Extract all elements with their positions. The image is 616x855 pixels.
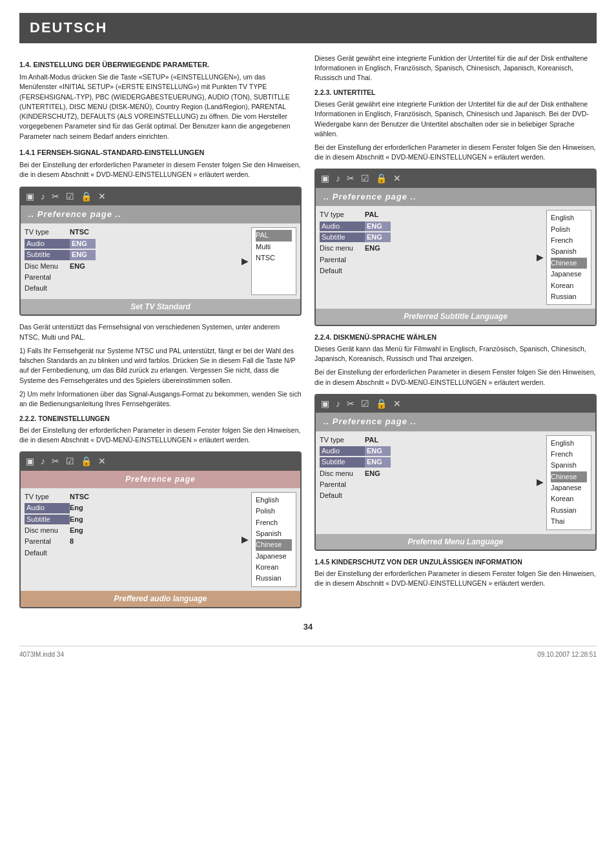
audio2-value: Eng <box>70 503 96 513</box>
toolbar-icons-3: ▣ ♪ ✂ ☑ 🔒 ✕ <box>321 172 401 185</box>
lang-chinese-4[interactable]: Chinese <box>551 471 587 482</box>
lang-french-3[interactable]: French <box>551 235 587 246</box>
disc-menu-value: ENG <box>70 262 96 271</box>
kinderschutz-heading: 1.4.5 KINDERSCHUTZ VON DER UNZULÄSSIGEN … <box>314 557 597 567</box>
lang-japanese-2[interactable]: Japanese <box>256 551 292 562</box>
parental4-label: Parental <box>320 480 365 489</box>
disc-menu4-value: ENG <box>365 469 391 479</box>
row3-tv-type: TV type PAL <box>320 210 534 220</box>
tv-type3-label: TV type <box>320 210 365 220</box>
lock-icon-4: 🔒 <box>376 398 387 411</box>
row3-subtitle: Subtitle ENG <box>320 232 534 242</box>
arrow-1: ▶ <box>239 227 251 294</box>
row-parental: Parental <box>25 273 239 282</box>
row4-tv-type: TV type PAL <box>320 435 534 445</box>
row4-audio: Audio ENG <box>320 446 534 456</box>
tv-box-2: ▣ ♪ ✂ ☑ 🔒 ✕ Preference page TV type NTSC <box>19 451 302 608</box>
music-icon: ♪ <box>41 191 45 203</box>
monitor-icon-2: ▣ <box>26 455 34 468</box>
music-icon-2: ♪ <box>41 455 45 468</box>
audio3-value: ENG <box>365 221 391 231</box>
box2-content: TV type NTSC Audio Eng Subtitle Eng Di <box>21 488 300 591</box>
default-label: Default <box>25 283 70 293</box>
lang-french-4[interactable]: French <box>551 449 587 460</box>
box3-content: TV type PAL Audio ENG Subtitle ENG Di <box>316 206 595 309</box>
lang-korean-2[interactable]: Korean <box>256 562 292 573</box>
lang-japanese-4[interactable]: Japanese <box>551 482 587 493</box>
section2-heading: 1.4.1 FERNSEH-SIGNAL-STANDARD-EINSTELLUN… <box>19 148 302 158</box>
scissors-icon: ✂ <box>52 191 59 203</box>
box4-title: .. Preference page .. <box>316 413 595 431</box>
lang-multi[interactable]: Multi <box>256 242 292 252</box>
untertitel-heading: 2.2.3. UNTERTITEL <box>314 88 597 98</box>
toolbar-icons-1: ▣ ♪ ✂ ☑ 🔒 ✕ <box>26 191 106 203</box>
audio-value: ENG <box>70 239 96 249</box>
lang-korean-4[interactable]: Korean <box>551 493 587 504</box>
lang-chinese-2[interactable]: Chinese <box>256 539 292 550</box>
section3-para2: 1) Falls Ihr Fernsehgerät nur Systeme NT… <box>19 346 302 386</box>
header-bar: DEUTSCH <box>19 13 597 43</box>
row2-audio: Audio Eng <box>25 503 239 513</box>
lock-icon-2: 🔒 <box>81 455 92 468</box>
menu-table-2: TV type NTSC Audio Eng Subtitle Eng Di <box>25 492 239 587</box>
toolbar-icons-4: ▣ ♪ ✂ ☑ 🔒 ✕ <box>321 398 401 411</box>
tv-type3-value: PAL <box>365 210 391 220</box>
close-icon-4: ✕ <box>393 398 401 411</box>
lang-russian-3[interactable]: Russian <box>551 291 587 302</box>
monitor-icon-4: ▣ <box>321 398 329 411</box>
lang-spanish-2[interactable]: Spanish <box>256 528 292 539</box>
lang-japanese-3[interactable]: Japanese <box>551 269 587 280</box>
subtitle3-label: Subtitle <box>320 232 365 242</box>
section4-para: Bei der Einstellung der erforderlichen P… <box>19 426 302 445</box>
disc-menu-label: Disc Menu <box>25 262 70 271</box>
diskspache-heading: 2.2.4. DISKMENÜ-SPRACHE WÄHLEN <box>314 333 597 342</box>
box1-footer: Set TV Standard <box>21 299 300 315</box>
lang-thai-4[interactable]: Thai <box>551 516 587 527</box>
lang-polish-3[interactable]: Polish <box>551 224 587 235</box>
section3-para3: 2) Um mehr Informationen über das Signal… <box>19 389 302 409</box>
arrow-3: ▶ <box>534 210 546 305</box>
lang-spanish-4[interactable]: Spanish <box>551 460 587 471</box>
check-icon-2: ☑ <box>66 455 74 468</box>
lock-icon: 🔒 <box>81 191 92 203</box>
tv-type2-label: TV type <box>25 492 70 502</box>
lang-pal[interactable]: PAL <box>256 230 292 241</box>
audio4-value: ENG <box>365 446 391 456</box>
section2-para: Bei der Einstellung der erforderlichen P… <box>19 160 302 180</box>
close-icon-2: ✕ <box>98 455 106 468</box>
lang-english-4[interactable]: English <box>551 438 587 449</box>
lang-french-2[interactable]: French <box>256 517 292 528</box>
row3-default: Default <box>320 266 534 276</box>
lang-spanish-3[interactable]: Spanish <box>551 246 587 257</box>
scissors-icon-3: ✂ <box>347 172 354 185</box>
arrow-2: ▶ <box>239 492 251 587</box>
lang-list-3: English Polish French Spanish Chinese Ja… <box>546 210 591 305</box>
lang-english-2[interactable]: Ehglish <box>256 495 292 506</box>
row2-disc-menu: Disc menu Eng <box>25 526 239 535</box>
disc-menu4-label: Disc menu <box>320 469 365 479</box>
box2-title: Preference page <box>21 471 300 488</box>
box4-content: TV type PAL Audio ENG Subtitle ENG Di <box>316 431 595 534</box>
row2-parental: Parental 8 <box>25 537 239 546</box>
section4-heading: 2.2.2. TONEINSTELLUNGEN <box>19 414 302 424</box>
lang-english-3[interactable]: English <box>551 212 587 223</box>
box3-title: .. Preference page .. <box>316 188 595 206</box>
box3-footer: Preferred Subtitle Language <box>316 309 595 325</box>
row3-parental: Parental <box>320 255 534 265</box>
lock-icon-3: 🔒 <box>376 172 387 185</box>
lang-russian-2[interactable]: Russian <box>256 573 292 584</box>
left-column: 1.4. EINSTELLUNG DER ÜBERWIEGENDE PARAME… <box>19 54 302 615</box>
tv-type2-value: NTSC <box>70 492 96 502</box>
lang-korean-3[interactable]: Korean <box>551 280 587 291</box>
lang-polish-2[interactable]: Polish <box>256 506 292 517</box>
toolbar-4: ▣ ♪ ✂ ☑ 🔒 ✕ <box>316 395 595 413</box>
lang-chinese-3[interactable]: Chinese <box>551 258 587 269</box>
close-icon-3: ✕ <box>393 172 401 185</box>
row2-subtitle: Subtitle Eng <box>25 515 239 524</box>
lang-ntsc[interactable]: NTSC <box>256 252 292 263</box>
arrow-4: ▶ <box>534 435 546 530</box>
music-icon-4: ♪ <box>336 398 340 411</box>
check-icon: ☑ <box>66 191 74 203</box>
music-icon-3: ♪ <box>336 172 340 185</box>
lang-russian-4[interactable]: Russian <box>551 505 587 516</box>
